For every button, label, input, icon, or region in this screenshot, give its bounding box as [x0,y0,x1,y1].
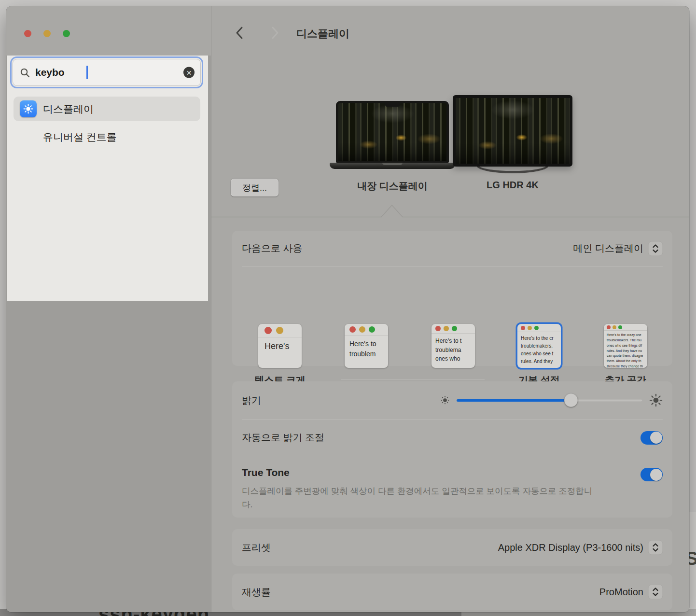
zoom-button[interactable] [63,30,70,37]
use-as-row: 다음으로 사용 메인 디스플레이 [242,231,663,266]
close-button[interactable] [24,30,31,37]
selected-display-caret-divider [211,203,689,218]
search-input[interactable] [35,67,156,78]
scaling-connector-line [341,379,485,380]
auto-brightness-toggle[interactable] [640,431,663,445]
search-result-label: 유니버설 컨트롤 [43,130,117,144]
preset-card: 프리셋 Apple XDR Display (P3-1600 nits) [232,529,672,566]
built-in-display-label: 내장 디스플레이 [330,180,455,193]
toggle-knob [650,432,662,444]
desktop: S ssh-keygen [0,0,696,616]
minimize-button[interactable] [43,30,51,37]
clear-search-button[interactable]: ✕ [183,67,195,78]
preset-dropdown[interactable]: Apple XDR Display (P3-1600 nits) [498,540,663,555]
notch [385,103,400,107]
preset-label: 프리셋 [242,541,271,554]
resolution-card: 다음으로 사용 메인 디스플레이 [232,231,672,366]
use-as-dropdown[interactable]: 메인 디스플레이 [573,241,663,256]
refresh-rate-label: 재생률 [242,586,271,599]
search-result-label: 디스플레이 [43,102,94,116]
true-tone-toggle[interactable] [640,468,663,481]
refresh-rate-value: ProMotion [599,587,643,598]
back-button[interactable] [233,25,249,41]
search-field[interactable]: ✕ [10,56,203,88]
true-tone-label: True Tone [242,467,594,478]
scaling-option-2[interactable]: Here's to troublem [345,324,388,368]
use-as-value: 메인 디스플레이 [573,242,643,255]
titlebar[interactable] [6,6,211,56]
use-as-label: 다음으로 사용 [242,242,303,255]
sidebar: ✕ [6,6,211,612]
search-popover: ✕ [7,56,208,301]
search-result-universal-control[interactable]: 유니버설 컨트롤 [14,125,200,149]
scaling-option-larger-text[interactable]: Here's 텍스트 크게 [258,324,302,368]
wallpaper-preview [338,103,446,161]
slider-fill [457,399,571,402]
search-icon [20,68,30,78]
scaling-option-default[interactable]: Here's to the cr troublemakers. ones who… [517,324,561,368]
auto-brightness-label: 자동으로 밝기 조절 [242,431,324,444]
chevron-up-down-icon [648,540,663,555]
lg-display-label: LG HDR 4K [453,180,572,191]
chevron-up-down-icon [648,241,663,256]
page-title: 디스플레이 [296,27,349,41]
display-settings-pane: 디스플레이 내장 디스플레이 LG HDR 4K 정렬... [211,6,689,612]
lg-hdr-4k-thumbnail[interactable] [453,95,572,173]
built-in-display-thumbnail[interactable] [336,101,449,169]
text-caret [86,66,88,79]
brightness-slider[interactable] [457,393,642,407]
brightness-card: 밝기 [232,381,672,518]
brightness-high-icon [649,393,663,407]
brightness-low-icon [440,395,450,405]
chevron-up-down-icon [648,585,663,599]
brightness-icon [20,100,37,117]
preset-row: 프리셋 Apple XDR Display (P3-1600 nits) [242,529,663,566]
forward-button[interactable] [267,25,284,41]
laptop-base [330,163,455,169]
auto-brightness-row: 자동으로 밝기 조절 [242,420,663,456]
preset-value: Apple XDR Display (P3-1600 nits) [498,542,643,553]
scaling-options: Here's 텍스트 크게 Here's to troublem [232,266,672,366]
search-result-display[interactable]: 디스플레이 [14,97,200,121]
wallpaper-preview [456,98,570,164]
brightness-label: 밝기 [242,394,261,407]
true-tone-description: 디스플레이를 주변광에 맞춰 색상이 다른 환경에서도 일관적으로 보이도록 자… [242,484,594,512]
slider-knob[interactable] [564,393,578,407]
arrange-button[interactable]: 정렬... [231,179,278,196]
refresh-rate-dropdown[interactable]: ProMotion [599,585,663,599]
refresh-rate-row: 재생률 ProMotion [242,574,663,610]
system-settings-window: ✕ [6,6,689,612]
brightness-row: 밝기 [242,381,663,419]
scaling-option-more-space[interactable]: Here's to the crazy one troublemakers. T… [604,324,647,368]
true-tone-row: True Tone 디스플레이를 주변광에 맞춰 색상이 다른 환경에서도 일관… [242,456,663,518]
scaling-option-3[interactable]: Here's to t troublema ones who [432,324,475,368]
toggle-knob [650,469,662,481]
refresh-rate-card: 재생률 ProMotion [232,574,672,610]
